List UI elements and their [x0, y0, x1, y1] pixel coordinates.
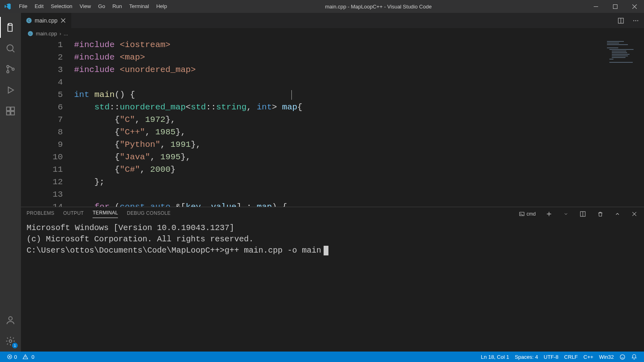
svg-point-16 [633, 20, 634, 21]
maximize-panel-icon[interactable] [613, 210, 621, 218]
breadcrumb-file[interactable]: main.cpp [36, 31, 57, 37]
svg-point-18 [637, 20, 638, 21]
terminal-profile-selector[interactable]: cmd [519, 211, 536, 217]
status-feedback-icon[interactable] [617, 352, 628, 362]
window-title: main.cpp - MapLoopC++ - Visual Studio Co… [171, 4, 586, 10]
minimap[interactable] [605, 39, 644, 207]
kill-terminal-icon[interactable] [596, 210, 605, 218]
svg-point-10 [9, 317, 12, 320]
panel-tab-problems[interactable]: PROBLEMS [27, 210, 54, 218]
panel-tab-output[interactable]: OUTPUT [63, 210, 84, 218]
terminal-profile-label: cmd [526, 211, 536, 217]
status-bell-icon[interactable] [628, 352, 640, 362]
editor-tabs: C main.cpp [21, 13, 644, 28]
chevron-right-icon: › [60, 31, 61, 37]
new-terminal-icon[interactable] [545, 210, 553, 218]
title-bar: File Edit Selection View Go Run Terminal… [0, 0, 644, 13]
status-bar: 0 0 Ln 18, Col 1 Spaces: 4 UTF-8 CRLF C+… [0, 352, 644, 362]
breadcrumb[interactable]: C main.cpp › ... [21, 28, 644, 39]
code-editor[interactable]: 1234567891011121314 #include <iostream>#… [21, 39, 644, 207]
menu-view[interactable]: View [76, 0, 95, 13]
panel-tab-terminal[interactable]: TERMINAL [93, 210, 118, 218]
status-language[interactable]: C++ [581, 352, 597, 362]
menu-selection[interactable]: Selection [47, 0, 76, 13]
svg-point-11 [9, 340, 12, 343]
main-area: 1 C main.cpp [0, 13, 644, 352]
run-debug-icon[interactable] [0, 80, 21, 101]
tab-main-cpp[interactable]: C main.cpp [21, 13, 72, 28]
menu-help[interactable]: Help [153, 0, 171, 13]
svg-point-17 [635, 20, 636, 21]
line-gutter: 1234567891011121314 [21, 39, 74, 207]
panel-tab-debug-console[interactable]: DEBUG CONSOLE [127, 210, 171, 218]
editor-actions [616, 13, 644, 28]
status-eol[interactable]: CRLF [561, 352, 581, 362]
search-icon[interactable] [0, 38, 21, 59]
source-control-icon[interactable] [0, 59, 21, 80]
close-panel-icon[interactable] [630, 210, 638, 218]
status-target[interactable]: Win32 [596, 352, 617, 362]
svg-text:C: C [28, 19, 30, 23]
cpp-file-icon: C [26, 17, 32, 24]
settings-badge: 1 [12, 343, 18, 348]
menu-terminal[interactable]: Terminal [126, 0, 153, 13]
minimize-button[interactable] [586, 0, 605, 13]
svg-point-4 [7, 71, 9, 73]
panel-tabs: PROBLEMS OUTPUT TERMINAL DEBUG CONSOLE c… [21, 207, 644, 221]
more-actions-icon[interactable] [631, 16, 641, 26]
menu-file[interactable]: File [15, 0, 31, 13]
status-errors[interactable]: 0 [4, 352, 20, 362]
window-controls [586, 0, 644, 13]
menu-go[interactable]: Go [95, 0, 109, 13]
svg-text:C: C [29, 32, 31, 35]
tab-close-icon[interactable] [60, 17, 66, 24]
vscode-logo-icon [0, 3, 15, 10]
svg-rect-7 [6, 111, 10, 115]
accounts-icon[interactable] [0, 310, 21, 331]
menu-edit[interactable]: Edit [31, 0, 47, 13]
activity-bar: 1 [0, 13, 21, 352]
svg-rect-1 [613, 4, 617, 8]
svg-point-25 [620, 354, 625, 359]
svg-point-3 [7, 66, 9, 68]
cpp-file-icon: C [27, 31, 33, 37]
text-cursor [291, 90, 292, 100]
menu-bar: File Edit Selection View Go Run Terminal… [15, 0, 171, 13]
status-ln-col[interactable]: Ln 18, Col 1 [478, 352, 512, 362]
split-editor-icon[interactable] [616, 16, 626, 26]
status-errors-count: 0 [14, 354, 17, 360]
status-spaces[interactable]: Spaces: 4 [512, 352, 541, 362]
terminal-dropdown-icon[interactable] [562, 210, 570, 218]
terminal-body[interactable]: Microsoft Windows [Version 10.0.19043.12… [21, 221, 644, 352]
svg-rect-8 [11, 111, 14, 115]
breadcrumb-more[interactable]: ... [64, 31, 68, 37]
extensions-icon[interactable] [0, 101, 21, 121]
svg-rect-9 [11, 107, 14, 111]
explorer-icon[interactable] [0, 17, 21, 38]
close-button[interactable] [625, 0, 644, 13]
bottom-panel: PROBLEMS OUTPUT TERMINAL DEBUG CONSOLE c… [21, 207, 644, 352]
svg-rect-6 [6, 107, 10, 111]
svg-point-5 [12, 68, 14, 70]
maximize-button[interactable] [605, 0, 625, 13]
code-content[interactable]: #include <iostream>#include <map>#includ… [74, 39, 644, 207]
tab-label: main.cpp [35, 17, 58, 24]
status-warnings[interactable]: 0 [20, 352, 37, 362]
svg-rect-0 [594, 6, 598, 7]
menu-run[interactable]: Run [109, 0, 126, 13]
svg-point-2 [7, 45, 13, 51]
split-terminal-icon[interactable] [578, 210, 587, 218]
status-encoding[interactable]: UTF-8 [541, 352, 561, 362]
editor-area: C main.cpp C main.cpp [21, 13, 644, 352]
settings-gear-icon[interactable]: 1 [0, 331, 21, 352]
